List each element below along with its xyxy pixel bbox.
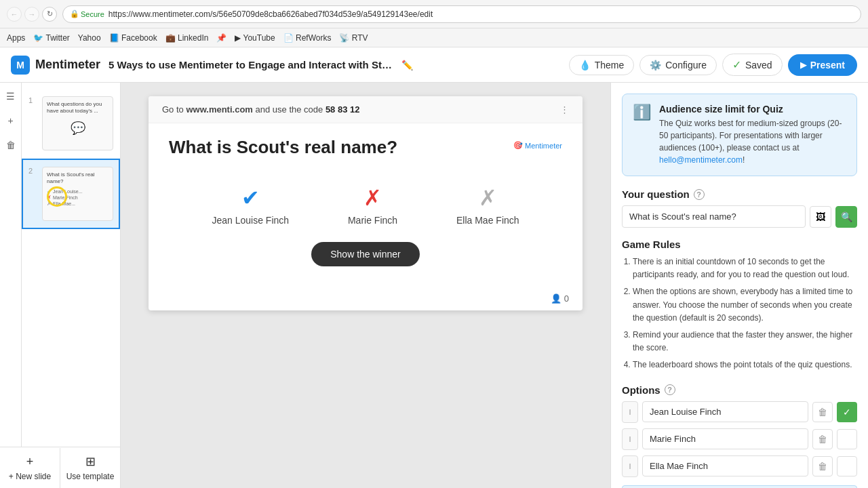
option-delete-1[interactable]: 🗑 [812, 402, 833, 422]
center-area: Go to www.menti.com and use the code 58 … [121, 83, 610, 488]
option-delete-3[interactable]: 🗑 [812, 456, 833, 476]
menti-code: 58 83 12 [326, 104, 360, 115]
your-question-label: Your question ? [622, 188, 857, 200]
sidebar: ☰ + 🗑 1 What questions do you have about… [0, 83, 121, 488]
option-row-2: I 🗑 [622, 428, 857, 450]
app-header: M Mentimeter 5 Ways to use Mentimeter to… [0, 47, 868, 83]
linkedin-bookmark[interactable]: 💼 LinkedIn [165, 33, 209, 43]
info-content: Audience size limit for Quiz The Quiz wo… [659, 104, 847, 166]
info-icon: ℹ️ [632, 104, 651, 166]
option-correct-empty-3[interactable] [837, 456, 857, 476]
game-rules-title: Game Rules [622, 239, 857, 250]
question-input[interactable] [622, 205, 806, 228]
right-panel: ℹ️ Audience size limit for Quiz The Quiz… [610, 83, 868, 488]
option-label-1: Jean Louise Finch [212, 215, 289, 226]
slide-number-1: 1 [28, 96, 37, 104]
question-input-wrap: 🖼 🔍 [622, 205, 857, 228]
image-upload-button[interactable]: 🖼 [810, 206, 831, 228]
option-correct-1[interactable]: ✓ [837, 402, 857, 422]
options-label: Options ? [622, 384, 857, 396]
use-template-button[interactable]: ⊞ Use template [60, 447, 120, 488]
rtv-bookmark[interactable]: 📡 RTV [339, 33, 368, 43]
image-search-button[interactable]: 🔍 [835, 206, 857, 228]
configure-button[interactable]: ⚙️ Configure [639, 55, 717, 75]
present-button[interactable]: ▶ Present [788, 54, 857, 76]
slide-preview-text-2: What is Scout's real name? [47, 171, 108, 186]
game-rule-1: There is an initial countdown of 10 seco… [633, 256, 857, 281]
info-title: Audience size limit for Quiz [659, 104, 847, 115]
refworks-bookmark[interactable]: 📄 RefWorks [283, 33, 332, 43]
options-help-icon[interactable]: ? [665, 384, 675, 395]
game-rule-2: When the options are shown, everybody ha… [633, 285, 857, 325]
option-input-3[interactable] [642, 455, 808, 476]
browser-nav[interactable]: ← → ↻ [7, 7, 57, 22]
template-icon: ⊞ [85, 454, 96, 469]
pinterest-bookmark[interactable]: 📌 [216, 33, 226, 43]
audience-count: 👤 0 [551, 293, 569, 304]
correct-check-icon: ✔ [241, 185, 260, 211]
sidebar-icons: ☰ + 🗑 [0, 83, 22, 447]
theme-button[interactable]: 💧 Theme [569, 55, 635, 75]
slide-question: What is Scout's real name? [169, 137, 397, 158]
logo-text: Mentimeter [35, 58, 100, 72]
game-rule-3: Remind your audience that the faster the… [633, 329, 857, 354]
slide-menu-icon[interactable]: ⋮ [560, 104, 569, 115]
option-input-2[interactable] [642, 428, 808, 449]
question-top: What is Scout's real name? 🎯 Mentimeter [169, 137, 562, 178]
saved-button[interactable]: ✓ Saved [722, 54, 783, 76]
play-icon: ▶ [800, 60, 806, 70]
option-drag-3[interactable]: I [622, 455, 638, 477]
question-help-icon[interactable]: ? [694, 189, 705, 200]
logo-icon: M [11, 56, 30, 75]
comment-icon: 💬 [47, 121, 108, 136]
gear-icon: ⚙️ [650, 60, 661, 70]
edit-icon[interactable]: ✏️ [401, 60, 413, 70]
slide-header-bar: Go to www.menti.com and use the code 58 … [149, 96, 583, 123]
browser-bar: ← → ↻ 🔒 Secure https://www.mentimeter.co… [0, 0, 868, 28]
slide-preview-text-1: What questions do you have about today's… [47, 101, 108, 115]
youtube-bookmark[interactable]: ▶ YouTube [235, 33, 275, 43]
option-drag-1[interactable]: I [622, 401, 638, 423]
slide-thumb-2[interactable]: 2 What is Scout's real name? ✓ Jean Loui… [22, 159, 120, 229]
wrong-x-icon-2: ✗ [479, 185, 497, 211]
address-text: https://www.mentimeter.com/s/56e50709de8… [108, 9, 433, 19]
option-input-1[interactable] [642, 401, 808, 422]
header-actions: 💧 Theme ⚙️ Configure ✓ Saved ▶ Present [569, 54, 857, 76]
slide-instruction: Go to www.menti.com and use the code 58 … [162, 104, 360, 115]
sidebar-slides-icon[interactable]: ☰ [3, 88, 18, 104]
twitter-bookmark[interactable]: 🐦 Twitter [33, 33, 69, 43]
facebook-bookmark[interactable]: 📘 Facebook [109, 33, 157, 43]
info-box: ℹ️ Audience size limit for Quiz The Quiz… [622, 94, 857, 176]
game-rule-4: The leaderboard shows the point totals o… [633, 359, 857, 371]
logo: M Mentimeter [11, 56, 100, 75]
slide-preview-1: What questions do you have about today's… [42, 96, 113, 150]
add-option-button[interactable]: + Add [622, 485, 857, 489]
forward-button[interactable]: → [24, 7, 39, 22]
address-bar[interactable]: 🔒 Secure https://www.mentimeter.com/s/56… [62, 5, 861, 23]
sidebar-delete-icon[interactable]: 🗑 [3, 137, 18, 153]
quiz-option-1: ✔ Jean Louise Finch [212, 185, 289, 226]
info-email-link[interactable]: hello@mentimeter.com [659, 155, 743, 165]
quiz-options: ✔ Jean Louise Finch ✗ Marie Finch ✗ Ella… [169, 178, 562, 226]
secure-badge: 🔒 Secure [70, 9, 104, 18]
option-correct-empty-2[interactable] [837, 429, 857, 449]
sidebar-bottom: + + New slide ⊞ Use template [0, 447, 120, 488]
slide-canvas: Go to www.menti.com and use the code 58 … [149, 96, 583, 310]
sidebar-add-icon[interactable]: + [5, 113, 16, 129]
mentimeter-badge-icon: 🎯 [513, 141, 523, 150]
plus-icon: + [26, 455, 34, 469]
option-delete-2[interactable]: 🗑 [812, 429, 833, 449]
quiz-option-3: ✗ Ella Mae Finch [456, 185, 519, 226]
new-slide-button[interactable]: + + New slide [0, 448, 60, 488]
option-row-3: I 🗑 [622, 455, 857, 477]
bookmarks-bar: Apps 🐦 Twitter Yahoo 📘 Facebook 💼 Linked… [0, 28, 868, 47]
slide-number-2: 2 [28, 167, 37, 175]
apps-bookmark[interactable]: Apps [7, 33, 25, 43]
option-label-2: Marie Finch [348, 215, 397, 226]
show-winner-button[interactable]: Show the winner [311, 242, 420, 266]
back-button[interactable]: ← [7, 7, 22, 22]
option-drag-2[interactable]: I [622, 428, 638, 450]
slide-thumb-1[interactable]: 1 What questions do you have about today… [22, 88, 120, 159]
reload-button[interactable]: ↻ [42, 7, 57, 22]
yahoo-bookmark[interactable]: Yahoo [78, 33, 101, 43]
